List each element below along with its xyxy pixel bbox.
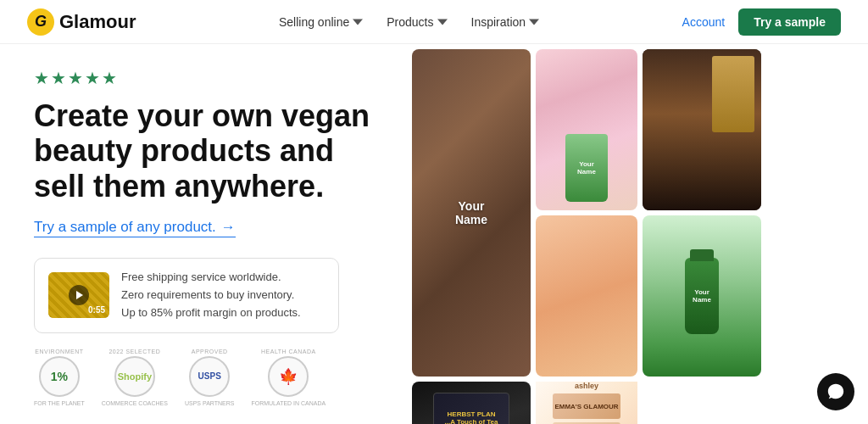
chat-support-button[interactable] xyxy=(817,373,854,410)
main-nav: Selling online Products Inspiration xyxy=(279,15,539,29)
header-right: Account Try a sample xyxy=(682,8,841,36)
image-cherry-blossom: YourName xyxy=(536,49,637,210)
image-product-label: YourName xyxy=(412,49,531,377)
badge-icon-shopify: Shopify xyxy=(114,356,155,397)
badge-environment: ENVIRONMENT 1% FOR THE PLANET xyxy=(34,349,85,406)
nav-inspiration[interactable]: Inspiration xyxy=(471,15,540,29)
badge-icon-usps: USPS xyxy=(189,356,230,397)
video-thumbnail[interactable]: 0:55 xyxy=(48,272,109,318)
hero-content: ★★★★★ Create your own vegan beauty produ… xyxy=(0,44,407,424)
account-link[interactable]: Account xyxy=(682,15,726,29)
main-content: ★★★★★ Create your own vegan beauty produ… xyxy=(0,44,868,424)
image-branded-boxes: ashley EMMA'S GLAMOUR Lauren ALICE'S xyxy=(536,382,637,424)
chat-icon xyxy=(826,382,845,401)
badge-health-canada: HEALTH CANADA 🍁 FORMULATED IN CANADA xyxy=(251,349,326,406)
logo-icon: G xyxy=(27,8,54,36)
product-label-overlay: YourName xyxy=(455,199,487,226)
video-description: Free shipping service worldwide. Zero re… xyxy=(121,269,301,321)
hero-headline: Create your own vegan beauty products an… xyxy=(34,98,373,204)
badge-usps: APPROVED USPS USPS PARTNERS xyxy=(185,349,234,406)
image-face-skincare xyxy=(536,215,637,377)
image-green-bottle: YourName xyxy=(643,215,761,377)
chevron-down-icon xyxy=(529,17,539,27)
try-sample-button[interactable]: Try a sample xyxy=(738,8,841,36)
chevron-down-icon xyxy=(437,17,448,27)
nav-selling-online[interactable]: Selling online xyxy=(279,15,363,29)
star-rating: ★★★★★ xyxy=(34,68,373,88)
logo-text: Glamour xyxy=(59,11,136,33)
header: G Glamour Selling online Products Inspir… xyxy=(0,0,868,44)
product-image-grid: YourName YourName YourName xyxy=(407,44,868,424)
badge-shopify: 2022 SELECTED Shopify COMMERCE COACHES xyxy=(102,349,168,406)
chevron-down-icon xyxy=(353,17,363,27)
image-portrait-man xyxy=(643,49,761,210)
video-duration: 0:55 xyxy=(88,305,105,315)
nav-products[interactable]: Products xyxy=(387,15,447,29)
image-mystery-box: HERBST PLAN...A Touch of Tea xyxy=(412,382,531,424)
logo[interactable]: G Glamour xyxy=(27,8,136,36)
trust-badges: ENVIRONMENT 1% FOR THE PLANET 2022 SELEC… xyxy=(34,333,373,406)
badge-icon-environment: 1% xyxy=(39,356,80,397)
badge-icon-canada: 🍁 xyxy=(268,356,309,397)
video-promo-box[interactable]: 0:55 Free shipping service worldwide. Ze… xyxy=(34,258,339,332)
hero-cta-link[interactable]: Try a sample of any product. → xyxy=(34,219,236,237)
